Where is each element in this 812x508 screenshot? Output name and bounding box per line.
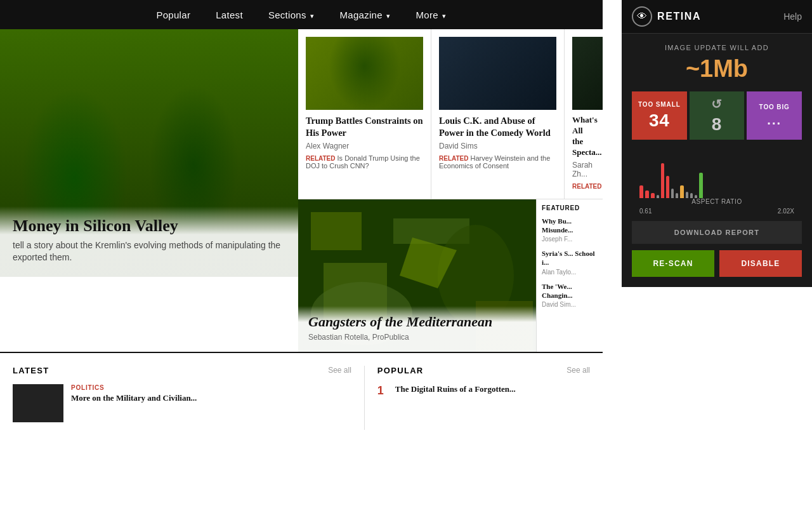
article-card-trump[interactable]: Trump Battles Constraints on His Power A… — [298, 29, 431, 199]
download-report-button[interactable]: DOWNLOAD REPORT — [632, 221, 802, 244]
retina-header: 👁 RETINA Help — [622, 0, 812, 34]
hero-overlay: Money in Silicon Valley tell a story abo… — [0, 206, 298, 277]
popular-header: POPULAR See all — [377, 366, 590, 375]
middle-button[interactable]: ↺ 8 — [690, 91, 745, 140]
featured-list-item-2[interactable]: Syria's S... School i... Alan Taylo... — [542, 249, 598, 276]
feat-item-2-author: Alan Taylo... — [542, 269, 598, 276]
chart-bar — [639, 185, 643, 198]
ck-article-title: Louis C.K. and Abuse of Power in the Com… — [439, 115, 556, 139]
size-buttons-row: TOO SMALL 34 ↺ 8 TOO BIG ... — [632, 91, 802, 140]
nav-more[interactable]: More ▾ — [416, 10, 447, 20]
partial-article-image — [572, 37, 603, 110]
size-value: ~1Mb — [632, 55, 802, 83]
main-content-area: Money in Silicon Valley tell a story abo… — [0, 29, 603, 352]
chart-bar — [657, 195, 659, 198]
popular-item-1-text: The Digital Ruins of a Forgotten... — [395, 384, 516, 395]
nav-popular[interactable]: Popular — [156, 10, 190, 20]
magazine-chevron-icon: ▾ — [384, 12, 391, 20]
chart-bar — [680, 185, 684, 198]
featured-list-item-3[interactable]: The 'We... Changin... David Sim... — [542, 282, 598, 309]
featured-list-item-1[interactable]: Why Bu... Misunde... Joseph F... — [542, 217, 598, 243]
partial-article-title: What's All the Specta... — [572, 115, 595, 158]
nav-magazine[interactable]: Magazine ▾ — [339, 10, 390, 20]
chart-bar — [645, 190, 649, 198]
chart-bar — [676, 193, 678, 198]
retina-logo: 👁 RETINA — [632, 6, 701, 27]
popular-see-all[interactable]: See all — [566, 366, 590, 375]
latest-title: LATEST — [13, 366, 49, 375]
too-small-button[interactable]: TOO SMALL 34 — [632, 91, 687, 140]
trump-article-author: Alex Wagner — [306, 142, 423, 150]
chart-center-label: ASPECT RATIO — [634, 198, 799, 205]
trump-article-image — [306, 37, 423, 110]
chart-bars-container — [634, 154, 799, 198]
ck-related-1: RELATED Harvey Weinstein and the Economi… — [439, 154, 556, 170]
feat-item-3-author: David Sim... — [542, 301, 598, 308]
hero-subtext: tell a story about the Kremlin's evolvin… — [13, 239, 285, 264]
sections-chevron-icon: ▾ — [308, 12, 315, 20]
retina-panel: 👁 RETINA Help IMAGE UPDATE WILL ADD ~1Mb… — [622, 0, 812, 287]
popular-item-1-num: 1 — [377, 384, 389, 398]
rescan-button[interactable]: RE-SCAN — [632, 250, 714, 277]
featured-article-title: Gangsters of the Mediterranean — [308, 314, 526, 330]
more-chevron-icon: ▾ — [440, 12, 447, 20]
latest-section: LATEST See all POLITICS More on the Mili… — [0, 366, 364, 430]
news-wrapper: Popular Latest Sections ▾ Magazine ▾ Mor… — [0, 0, 603, 443]
featured-caption: Gangsters of the Mediterranean Sebastian… — [298, 306, 536, 352]
retina-body: IMAGE UPDATE WILL ADD ~1Mb TOO SMALL 34 … — [622, 34, 812, 287]
refresh-icon: ↺ — [711, 97, 723, 112]
trump-related-1: RELATED Is Donald Trump Using the DOJ to… — [306, 154, 423, 170]
action-buttons-row: RE-SCAN DISABLE — [632, 250, 802, 277]
hero-image: Money in Silicon Valley tell a story abo… — [0, 29, 298, 277]
disable-button[interactable]: DISABLE — [719, 250, 802, 277]
hero-headline: Money in Silicon Valley — [13, 216, 285, 236]
chart-bar — [651, 193, 655, 198]
svg-rect-1 — [311, 212, 362, 250]
bottom-section: LATEST See all POLITICS More on the Mili… — [0, 352, 603, 443]
latest-header: LATEST See all — [13, 366, 351, 375]
latest-item-1[interactable]: POLITICS More on the Military and Civili… — [13, 384, 351, 422]
aspect-ratio-chart: ASPECT RATIO 0.61 2.02X — [632, 149, 802, 212]
featured-row: Gangsters of the Mediterranean Sebastian… — [298, 199, 603, 352]
ck-article-author: David Sims — [439, 142, 556, 150]
ck-article-image — [439, 37, 556, 110]
featured-article-gangsters[interactable]: Gangsters of the Mediterranean Sebastian… — [298, 199, 536, 352]
chart-bar — [661, 163, 664, 198]
latest-see-all[interactable]: See all — [328, 366, 351, 375]
featured-list-title: FEATURED — [542, 204, 598, 211]
trump-article-title: Trump Battles Constraints on His Power — [306, 115, 423, 139]
popular-title: POPULAR — [377, 366, 424, 375]
too-big-button[interactable]: TOO BIG ... — [747, 91, 802, 140]
retina-app-name: RETINA — [657, 11, 701, 22]
latest-item-1-image — [13, 384, 63, 422]
article-card-partial[interactable]: What's All the Specta... Sarah Zh... REL… — [565, 29, 603, 199]
nav-latest[interactable]: Latest — [216, 10, 243, 20]
page-wrapper: Popular Latest Sections ▾ Magazine ▾ Mor… — [0, 0, 812, 443]
chart-left-label: 0.61 — [639, 208, 652, 215]
latest-item-1-text: POLITICS More on the Military and Civili… — [71, 384, 197, 422]
chart-bar — [686, 192, 688, 198]
feat-item-3-title: The 'We... Changin... — [542, 282, 598, 300]
feat-item-2-title: Syria's S... School i... — [542, 249, 598, 267]
chart-bar — [699, 173, 703, 198]
feat-item-1-author: Joseph F... — [542, 236, 598, 243]
article-card-ck[interactable]: Louis C.K. and Abuse of Power in the Com… — [431, 29, 565, 199]
article-grid: Trump Battles Constraints on His Power A… — [298, 29, 603, 352]
featured-article-author: Sebastian Rotella, ProPublica — [308, 333, 526, 342]
chart-bar — [690, 193, 693, 198]
retina-eye-icon: 👁 — [632, 6, 652, 27]
feat-item-1-title: Why Bu... Misunde... — [542, 217, 598, 235]
retina-help-link[interactable]: Help — [783, 11, 802, 22]
politics-tag: POLITICS — [71, 384, 197, 391]
popular-item-1[interactable]: 1 The Digital Ruins of a Forgotten... — [377, 384, 590, 398]
nav-sections[interactable]: Sections ▾ — [268, 10, 315, 20]
latest-item-1-title: More on the Military and Civilian... — [71, 393, 197, 404]
chart-axis-labels: 0.61 2.02X — [634, 205, 799, 215]
top-articles-row: Trump Battles Constraints on His Power A… — [298, 29, 603, 199]
chart-bar — [671, 189, 674, 198]
main-nav: Popular Latest Sections ▾ Magazine ▾ Mor… — [0, 0, 603, 29]
popular-item-1-title: The Digital Ruins of a Forgotten... — [395, 384, 516, 395]
popular-section: POPULAR See all 1 The Digital Ruins of a… — [364, 366, 603, 430]
image-update-label: IMAGE UPDATE WILL ADD — [632, 44, 802, 51]
chart-right-label: 2.02X — [778, 208, 794, 215]
